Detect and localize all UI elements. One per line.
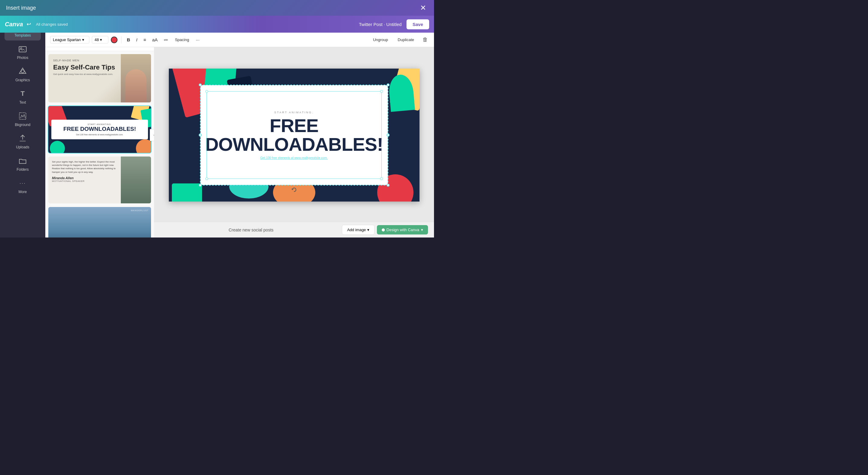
sidebar-uploads-label: Uploads xyxy=(16,145,29,149)
font-family-label: League Spartan xyxy=(53,37,81,42)
template-card-motivational[interactable]: Set your sights high, the higher the bet… xyxy=(48,156,152,204)
templates-panel: 🔍 Self-Made Men Easy Self-Care Tips Get … xyxy=(45,33,154,237)
sidebar-photos-label: Photos xyxy=(17,56,28,60)
motivational-name: Miranda Allen xyxy=(52,176,117,180)
inner-handle-tl[interactable] xyxy=(205,90,208,93)
toolbar-right-actions: Ungroup Duplicate 🗑 xyxy=(371,35,429,44)
card-self-care-bg: Self-Made Men Easy Self-Care Tips Get qu… xyxy=(48,54,151,102)
list-icon: ≔ xyxy=(164,37,168,42)
italic-button[interactable]: I xyxy=(134,36,139,43)
spacing-label: Spacing xyxy=(175,37,189,42)
modal-close-button[interactable]: ✕ xyxy=(418,3,428,13)
self-care-tag: Self-Made Men xyxy=(53,59,116,62)
sidebar-item-background[interactable]: Bkground xyxy=(4,108,41,130)
left-sidebar: Templates Photos Graphics T Text xyxy=(0,16,45,237)
template-card-free-downloadables[interactable]: Start Animating. FREE DOWNLOADABLES! Get… xyxy=(48,106,152,153)
inner-handle-tr[interactable] xyxy=(380,90,383,93)
toolbar-separator-1 xyxy=(121,36,121,43)
save-status: All changes saved xyxy=(36,22,359,27)
more-options-button[interactable]: ··· xyxy=(194,36,202,43)
handle-bottom-left[interactable] xyxy=(199,184,202,187)
add-image-button[interactable]: Add image ▾ xyxy=(342,225,374,235)
add-image-label: Add image xyxy=(347,228,366,232)
design-canvas[interactable]: START ANIMATING. FREE DOWNLOADABLES! Get… xyxy=(169,68,420,202)
motivational-image xyxy=(121,156,151,203)
canva-logo-button[interactable]: Canva xyxy=(5,21,23,28)
card-free-inner: Start Animating. FREE DOWNLOADABLES! Get… xyxy=(51,120,148,139)
bottom-action-bar: Create new social posts Add image ▾ Desi… xyxy=(154,222,434,237)
font-size-label: 48 xyxy=(95,37,99,42)
self-care-image xyxy=(121,54,151,102)
bold-button[interactable]: B xyxy=(125,36,132,43)
rotate-handle[interactable] xyxy=(291,187,297,194)
case-button[interactable]: aA xyxy=(150,36,159,43)
svg-point-6 xyxy=(21,70,24,73)
sidebar-folders-label: Folders xyxy=(17,168,29,172)
template-card-voyage[interactable]: Wanderlust The real voyage of xyxy=(48,206,152,237)
folders-icon xyxy=(17,155,28,166)
free-sub: Get 100 free elements at www.reallygreat… xyxy=(56,133,143,136)
sidebar-item-folders[interactable]: Folders xyxy=(4,152,41,175)
modal-title: Insert image xyxy=(6,5,36,11)
svg-rect-7 xyxy=(19,113,26,119)
case-icon: aA xyxy=(152,37,158,42)
create-post-label: Create new social posts xyxy=(160,228,342,232)
person-silhouette xyxy=(125,69,147,102)
font-family-select[interactable]: League Spartan ▾ xyxy=(50,36,89,43)
text-toolbar: League Spartan ▾ 48 ▾ B I ≡ aA ≔ Spacing… xyxy=(45,33,434,47)
list-button[interactable]: ≔ xyxy=(162,36,170,44)
collapse-panel-button[interactable]: ‹ xyxy=(150,129,154,141)
svg-rect-4 xyxy=(19,47,26,52)
background-icon xyxy=(17,111,28,121)
shape-bl xyxy=(50,141,65,153)
save-button[interactable]: Save xyxy=(406,19,429,29)
photos-icon xyxy=(17,43,28,54)
sidebar-item-text[interactable]: T Text xyxy=(4,85,41,108)
add-image-chevron-icon: ▾ xyxy=(367,228,369,232)
card-free-bg: Start Animating. FREE DOWNLOADABLES! Get… xyxy=(48,106,151,153)
more-icon: ··· xyxy=(17,178,28,188)
canvas-text-card[interactable]: START ANIMATING. FREE DOWNLOADABLES! Get… xyxy=(200,85,388,185)
handle-top-left[interactable] xyxy=(199,83,202,86)
duplicate-button[interactable]: Duplicate xyxy=(395,36,416,43)
modal-bar: Insert image ✕ xyxy=(0,0,434,16)
handle-middle-right[interactable] xyxy=(386,133,390,137)
card-motivational-bg: Set your sights high, the higher the bet… xyxy=(48,156,151,203)
align-icon: ≡ xyxy=(144,37,146,42)
sidebar-item-photos[interactable]: Photos xyxy=(4,40,41,63)
delete-button[interactable]: 🗑 xyxy=(421,35,429,44)
sidebar-item-uploads[interactable]: Uploads xyxy=(4,130,41,152)
template-card-self-care[interactable]: Self-Made Men Easy Self-Care Tips Get qu… xyxy=(48,54,152,103)
ungroup-button[interactable]: Ungroup xyxy=(371,36,391,43)
sidebar-item-more[interactable]: ··· More xyxy=(4,175,41,197)
inner-text-box xyxy=(207,91,382,179)
canva-dot-icon xyxy=(382,229,385,232)
spacing-button[interactable]: Spacing xyxy=(173,36,191,43)
text-icon: T xyxy=(17,88,28,99)
free-tag: Start Animating. xyxy=(56,123,143,125)
bottom-actions-right: Add image ▾ Design with Canva ▾ xyxy=(342,225,428,235)
shape-br xyxy=(136,139,151,153)
voyage-tag: Wanderlust xyxy=(131,209,149,211)
font-size-select[interactable]: 48 ▾ xyxy=(92,36,108,43)
handle-top-right[interactable] xyxy=(386,83,390,86)
uploads-icon xyxy=(17,133,28,144)
sidebar-item-graphics[interactable]: Graphics xyxy=(4,63,41,85)
self-care-sub: Get quick and easy how-tos at www.really… xyxy=(53,73,116,76)
main-header: Canva ↩ All changes saved Twitter Post ·… xyxy=(0,16,434,33)
text-color-button[interactable] xyxy=(111,36,118,43)
handle-bottom-right[interactable] xyxy=(386,184,390,187)
sidebar-background-label: Bkground xyxy=(15,123,30,127)
inner-handle-bl[interactable] xyxy=(205,177,208,180)
self-care-headline: Easy Self-Care Tips xyxy=(53,64,116,71)
handle-middle-left[interactable] xyxy=(199,133,202,137)
align-button[interactable]: ≡ xyxy=(142,36,148,43)
inner-handle-br[interactable] xyxy=(380,177,383,180)
design-with-canva-button[interactable]: Design with Canva ▾ xyxy=(377,225,428,235)
sidebar-text-label: Text xyxy=(19,100,26,105)
svg-rect-8 xyxy=(20,141,26,142)
shape-green-bottom-left xyxy=(172,183,202,202)
italic-icon: I xyxy=(136,37,137,42)
undo-button[interactable]: ↩ xyxy=(27,21,31,28)
font-chevron-icon: ▾ xyxy=(82,37,84,42)
